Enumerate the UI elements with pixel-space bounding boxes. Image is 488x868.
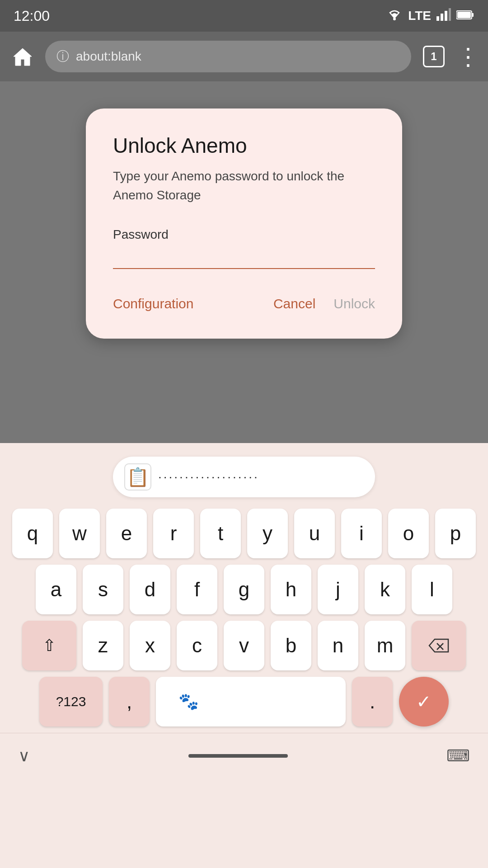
backspace-key[interactable]: [412, 621, 466, 670]
key-q[interactable]: q: [12, 509, 53, 558]
key-j[interactable]: j: [318, 565, 358, 614]
keyboard-area: 📋 ··················· q w e r t y u i o …: [0, 443, 488, 868]
key-i[interactable]: i: [341, 509, 382, 558]
clipboard-icon: 📋: [124, 463, 151, 491]
nav-bar: ∨ ⌨: [0, 733, 488, 778]
home-bar: [188, 754, 288, 758]
enter-key[interactable]: ✓: [399, 677, 449, 726]
password-dots-display: ···················: [158, 470, 259, 484]
key-h[interactable]: h: [271, 565, 311, 614]
password-input[interactable]: [113, 246, 375, 269]
lte-label: LTE: [408, 9, 431, 23]
key-c[interactable]: c: [177, 621, 217, 670]
svg-rect-6: [472, 13, 474, 17]
tab-button[interactable]: 1: [420, 43, 447, 70]
space-key[interactable]: 🐾: [156, 677, 346, 726]
svg-rect-7: [457, 12, 471, 18]
key-y[interactable]: y: [247, 509, 288, 558]
key-b[interactable]: b: [271, 621, 311, 670]
key-d[interactable]: d: [130, 565, 170, 614]
numbers-key[interactable]: ?123: [39, 677, 103, 726]
key-t[interactable]: t: [200, 509, 241, 558]
key-row-1: q w e r t y u i o p: [5, 509, 483, 558]
browser-bar: ⓘ about:blank 1 ⋮: [0, 32, 488, 81]
key-g[interactable]: g: [224, 565, 264, 614]
key-l[interactable]: l: [412, 565, 452, 614]
key-v[interactable]: v: [224, 621, 264, 670]
period-key[interactable]: .: [352, 677, 393, 726]
svg-rect-4: [449, 8, 451, 21]
key-a[interactable]: a: [36, 565, 76, 614]
dialog-title: Unlock Anemo: [113, 133, 375, 158]
key-o[interactable]: o: [388, 509, 429, 558]
unlock-dialog: Unlock Anemo Type your Anemo password to…: [86, 108, 402, 339]
more-button[interactable]: ⋮: [456, 43, 479, 70]
unlock-button[interactable]: Unlock: [333, 292, 375, 316]
hide-keyboard-button[interactable]: ∨: [18, 746, 30, 765]
signal-icon: [436, 8, 451, 24]
cancel-button[interactable]: Cancel: [273, 292, 315, 316]
key-p[interactable]: p: [435, 509, 476, 558]
key-n[interactable]: n: [318, 621, 358, 670]
key-x[interactable]: x: [130, 621, 170, 670]
key-k[interactable]: k: [365, 565, 405, 614]
key-f[interactable]: f: [177, 565, 217, 614]
wifi-icon: [386, 8, 403, 24]
keyboard-input-bar[interactable]: 📋 ···················: [113, 457, 375, 497]
key-r[interactable]: r: [153, 509, 194, 558]
key-w[interactable]: w: [59, 509, 100, 558]
shift-key[interactable]: ⇧: [22, 621, 76, 670]
dialog-actions: Configuration Cancel Unlock: [113, 292, 375, 316]
dialog-description: Type your Anemo password to unlock the A…: [113, 167, 375, 205]
svg-rect-1: [436, 16, 439, 21]
key-e[interactable]: e: [106, 509, 147, 558]
comma-key[interactable]: ,: [109, 677, 150, 726]
battery-icon: [456, 9, 474, 23]
key-row-2: a s d f g h j k l: [5, 565, 483, 614]
browser-content: Unlock Anemo Type your Anemo password to…: [0, 81, 488, 443]
status-time: 12:00: [14, 8, 50, 24]
key-row-3: ⇧ z x c v b n m: [5, 621, 483, 670]
key-s[interactable]: s: [83, 565, 123, 614]
svg-rect-2: [441, 14, 443, 21]
svg-point-0: [393, 18, 396, 20]
key-m[interactable]: m: [365, 621, 405, 670]
tab-count-box: 1: [423, 46, 445, 67]
status-bar: 12:00 LTE: [0, 0, 488, 32]
password-label: Password: [113, 227, 375, 242]
status-icons: LTE: [386, 8, 474, 24]
dialog-right-buttons: Cancel Unlock: [273, 292, 375, 316]
keyboard: q w e r t y u i o p a s d f g h j k l ⇧ …: [0, 509, 488, 733]
url-text: about:blank: [76, 49, 141, 64]
key-row-4: ?123 , 🐾 . ✓: [5, 677, 483, 726]
url-bar[interactable]: ⓘ about:blank: [45, 41, 411, 72]
key-z[interactable]: z: [83, 621, 123, 670]
home-button[interactable]: [9, 43, 36, 70]
keyboard-selector-icon[interactable]: ⌨: [446, 746, 470, 765]
svg-rect-3: [445, 11, 447, 21]
key-u[interactable]: u: [294, 509, 335, 558]
configuration-button[interactable]: Configuration: [113, 292, 193, 316]
info-icon: ⓘ: [56, 48, 69, 65]
